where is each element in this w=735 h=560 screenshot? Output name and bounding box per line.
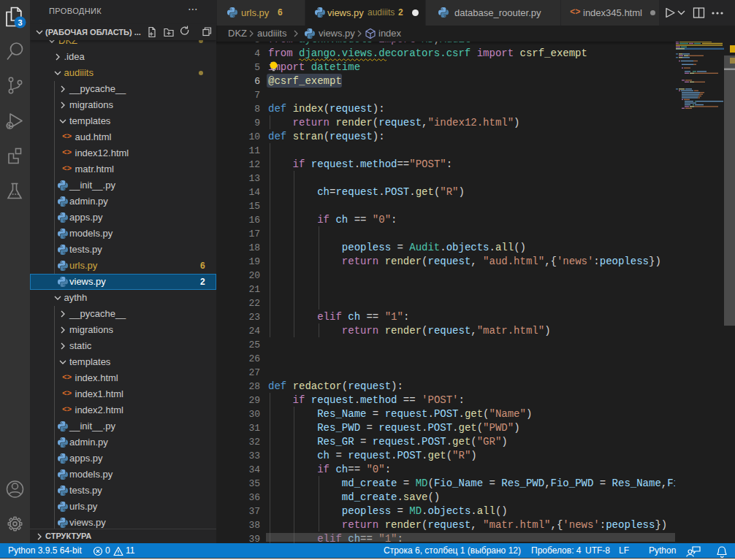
svg-text:3: 3	[18, 18, 22, 27]
